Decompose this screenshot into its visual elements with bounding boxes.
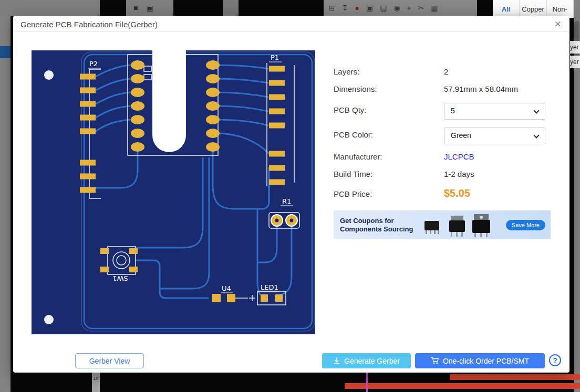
gerber-dialog: Generate PCB Fabrication File(Gerber) × [13, 16, 569, 373]
dialog-header: Generate PCB Fabrication File(Gerber) × [13, 16, 569, 32]
coupon-banner[interactable]: Get Coupons for Components Sourcing S [334, 210, 551, 239]
u4-label: U4 [222, 284, 231, 292]
layer-filter-tabs: All Copper Non- [493, 0, 574, 18]
coupon-line1: Get Coupons for [340, 217, 413, 225]
fabrication-info-panel: Layers: 2 Dimensions: 57.91mm x 58.04mm … [334, 50, 551, 313]
dialog-title: Generate PCB Fabrication File(Gerber) [20, 20, 158, 29]
gerber-view-button[interactable]: Gerber View [75, 353, 144, 368]
led1-label: LED1 [261, 283, 278, 291]
dimensions-label: Dimensions: [334, 84, 377, 93]
chevron-down-icon [533, 108, 539, 113]
pcb-mounting-hole [44, 315, 54, 324]
pcb-price-row: PCB Price: $5.05 [334, 189, 551, 201]
pcb-color-select[interactable]: Green [444, 128, 545, 144]
r1-label: R1 [282, 197, 291, 205]
pcb-qty-select[interactable]: 5 [444, 103, 545, 120]
tab-copper[interactable]: Copper [520, 0, 546, 18]
canvas-copper-trace [450, 374, 580, 380]
build-time-value: 1-2 days [444, 169, 474, 178]
dimensions-value: 57.91mm x 58.04mm [444, 84, 518, 93]
canvas-outline-trace [366, 370, 368, 392]
manufacturer-row: Manufacturer: JLCPCB [334, 152, 551, 164]
coupon-line2: Components Sourcing [340, 225, 413, 234]
build-time-row: Build Time: 1-2 days [334, 169, 551, 181]
pcb-color-value: Green [451, 131, 471, 140]
manufacturer-link[interactable]: JLCPCB [444, 152, 474, 161]
coupon-banner-text: Get Coupons for Components Sourcing [340, 217, 413, 234]
build-time-label: Build Time: [334, 169, 372, 178]
order-pcb-smt-label: One-click Order PCB/SMT [443, 357, 529, 365]
pcb-render: P2 P1 R1 U4 LED1 SW1 [32, 50, 315, 334]
pcb-slot-cutout [152, 50, 186, 152]
generate-gerber-label: Generate Gerber [344, 357, 400, 365]
sw1-label: SW1 [112, 274, 128, 282]
dimensions-row: Dimensions: 57.91mm x 58.04mm [334, 84, 551, 96]
p2-label: P2 [89, 60, 98, 68]
pcb-preview-image: P2 P1 R1 U4 LED1 SW1 [32, 50, 315, 334]
cart-icon [431, 357, 439, 365]
order-pcb-smt-button[interactable]: One-click Order PCB/SMT [415, 353, 545, 368]
tab-non[interactable]: Non- [547, 0, 574, 18]
tab-all[interactable]: All [493, 0, 520, 18]
layers-value: 2 [444, 67, 448, 76]
pcb-qty-label: PCB Qty: [334, 105, 367, 114]
layers-row: Layers: 2 [334, 67, 551, 79]
pcb-color-label: PCB Color: [334, 130, 373, 139]
generate-gerber-button[interactable]: Generate Gerber [322, 353, 411, 368]
layers-label: Layers: [334, 67, 359, 76]
pcb-mounting-hole [44, 70, 54, 80]
manufacturer-label: Manufacturer: [334, 152, 382, 161]
download-icon [333, 357, 340, 365]
p1-label: P1 [271, 54, 279, 61]
layer-name-fragment: yer [570, 56, 580, 68]
gerber-view-label: Gerber View [89, 357, 130, 365]
pcb-price-label: PCB Price: [334, 189, 372, 198]
components-image [413, 213, 505, 238]
pcb-qty-value: 5 [451, 107, 455, 115]
chevron-down-icon [533, 132, 539, 138]
layer-name-fragment: yer [570, 41, 580, 54]
help-icon[interactable]: ? [549, 354, 561, 366]
pcb-price-value: $5.05 [444, 187, 470, 199]
help-glyph: ? [553, 356, 557, 365]
canvas-copper-trace [345, 383, 580, 389]
save-more-button[interactable]: Save More [506, 220, 545, 230]
close-icon[interactable]: × [554, 17, 561, 31]
